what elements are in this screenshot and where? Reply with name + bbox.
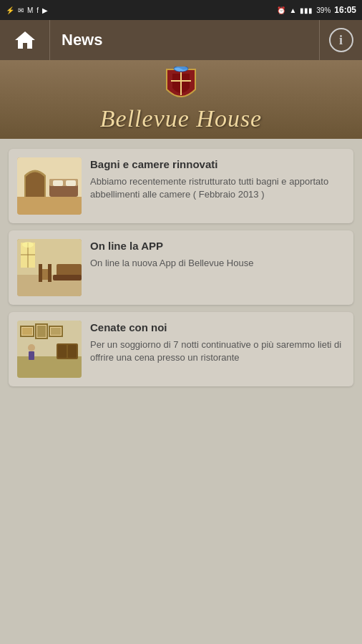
- news-card-2[interactable]: On line la APP On line la nuova App di B…: [9, 230, 353, 305]
- home-icon: [14, 29, 36, 52]
- nav-bar: News i: [0, 20, 362, 60]
- room1-image: [17, 157, 82, 215]
- svg-rect-28: [51, 328, 61, 335]
- svg-marker-0: [15, 31, 35, 49]
- svg-rect-20: [48, 264, 52, 282]
- svg-point-15: [22, 242, 34, 248]
- news-content-2: On line la APP On line la nuova App di B…: [90, 239, 345, 296]
- svg-rect-24: [22, 328, 32, 335]
- wifi-icon: ▲: [289, 6, 296, 14]
- signal-icon: ▮▮▮: [300, 6, 313, 14]
- news-content-3: Cenate con noi Per un soggiorno di 7 not…: [90, 321, 345, 378]
- alarm-icon: ⏰: [277, 6, 285, 14]
- news-card-3[interactable]: Cenate con noi Per un soggiorno di 7 not…: [9, 312, 353, 386]
- news-thumb-2: [17, 239, 82, 296]
- status-icons: ⚡ ✉ M f ▶: [6, 6, 48, 14]
- svg-rect-30: [58, 345, 67, 358]
- home-button[interactable]: [0, 20, 50, 60]
- logo-area: Bellevue House: [0, 60, 362, 139]
- battery-percent: 39%: [316, 6, 331, 14]
- info-icon: i: [329, 28, 353, 52]
- svg-rect-26: [37, 326, 46, 337]
- svg-rect-33: [29, 351, 34, 360]
- logo-text: Bellevue House: [100, 105, 262, 132]
- page-title: News: [50, 31, 319, 49]
- usb-icon: ⚡: [6, 6, 14, 14]
- facebook-icon: f: [36, 6, 39, 14]
- svg-rect-8: [53, 180, 63, 186]
- svg-rect-19: [39, 264, 42, 282]
- news-body-3: Per un soggiorno di 7 notti continuative…: [90, 338, 345, 366]
- svg-rect-31: [68, 345, 77, 358]
- svg-rect-9: [66, 180, 76, 186]
- news-card-1[interactable]: Bagni e camere rinnovati Abbiamo recente…: [9, 149, 353, 223]
- playstore-icon: ▶: [42, 6, 48, 14]
- svg-point-32: [28, 344, 35, 351]
- content-area: Bagni e camere rinnovati Abbiamo recente…: [0, 139, 362, 396]
- status-right: ⏰ ▲ ▮▮▮ 39% 16:05: [277, 5, 356, 15]
- room3-image: [17, 321, 82, 378]
- status-bar: ⚡ ✉ M f ▶ ⏰ ▲ ▮▮▮ 39% 16:05: [0, 0, 362, 20]
- news-content-1: Bagni e camere rinnovati Abbiamo recente…: [90, 157, 345, 215]
- info-button[interactable]: i: [319, 20, 362, 60]
- room2-image: [17, 239, 82, 296]
- news-title-1: Bagni e camere rinnovati: [90, 157, 345, 172]
- gmail-icon: M: [27, 6, 33, 14]
- news-title-2: On line la APP: [90, 239, 345, 253]
- news-title-3: Cenate con noi: [90, 321, 345, 335]
- clock: 16:05: [334, 5, 356, 15]
- svg-rect-17: [53, 275, 82, 280]
- news-body-2: On line la nuova App di Bellevue House: [90, 257, 345, 270]
- message-icon: ✉: [18, 6, 24, 14]
- crest-icon: [164, 67, 198, 104]
- news-thumb-1: [17, 157, 82, 215]
- news-body-1: Abbiamo recentemente ristrutturato tutti…: [90, 175, 345, 203]
- logo-container: Bellevue House: [100, 67, 262, 132]
- svg-rect-22: [17, 356, 82, 378]
- news-thumb-3: [17, 321, 82, 378]
